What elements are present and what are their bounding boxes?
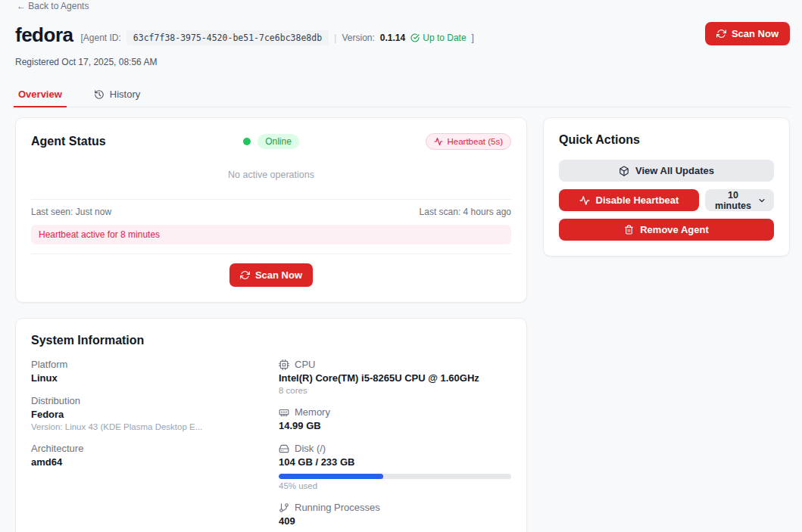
architecture-item: Architecture amd64 [31, 443, 279, 468]
agent-status-card: Agent Status Online Heartbeat (5s) No ac… [15, 117, 527, 303]
disk-progress-fill [279, 474, 383, 479]
view-all-updates-label: View All Updates [635, 165, 714, 176]
page-title: fedora [15, 23, 73, 47]
history-icon [94, 89, 105, 100]
heartbeat-badge: Heartbeat (5s) [426, 133, 511, 150]
remove-agent-label: Remove Agent [640, 224, 709, 235]
heartbeat-active-banner: Heartbeat active for 8 minutes [31, 225, 511, 244]
divider [31, 254, 511, 254]
remove-agent-button[interactable]: Remove Agent [559, 219, 774, 241]
cpu-icon [279, 359, 289, 370]
disk-label: Disk (/) [295, 443, 326, 454]
quick-actions-card: Quick Actions View All Updates Disable H… [543, 117, 790, 257]
refresh-icon [716, 29, 726, 39]
system-info-grid: Platform Linux Distribution Fedora Versi… [31, 359, 511, 532]
heartbeat-icon [579, 195, 590, 206]
page: ← Back to Agents fedora [Agent ID: 63cf7… [0, 0, 802, 532]
view-all-updates-button[interactable]: View All Updates [559, 160, 774, 182]
distribution-label: Distribution [31, 395, 279, 406]
scan-now-button-header[interactable]: Scan Now [705, 22, 790, 45]
tab-bar: Overview History [15, 84, 790, 107]
architecture-label: Architecture [31, 443, 279, 454]
processes-value: 409 [279, 515, 511, 527]
disk-item: Disk (/) 104 GB / 233 GB 45% used [279, 443, 511, 490]
system-info-right: CPU Intel(R) Core(TM) i5-8265U CPU @ 1.6… [279, 359, 511, 532]
platform-value: Linux [31, 372, 279, 384]
trash-icon [624, 225, 634, 235]
distribution-value: Fedora [31, 409, 279, 420]
heartbeat-badge-label: Heartbeat (5s) [447, 137, 503, 146]
processes-icon [279, 502, 289, 513]
last-scan: Last scan: 4 hours ago [420, 207, 511, 217]
disable-heartbeat-label: Disable Heartbeat [596, 194, 679, 206]
platform-item: Platform Linux [31, 359, 279, 384]
scan-now-label: Scan Now [255, 269, 302, 281]
bracket-close: ] [472, 33, 474, 43]
meta-separator: | [334, 32, 336, 43]
up-to-date-badge: Up to Date [410, 33, 466, 43]
registered-date: Registered Oct 17, 2025, 08:56 AM [15, 57, 790, 67]
online-badge: Online [257, 134, 299, 149]
left-column: Agent Status Online Heartbeat (5s) No ac… [15, 117, 527, 532]
check-circle-icon [410, 33, 420, 42]
package-icon [619, 166, 629, 176]
tab-overview[interactable]: Overview [15, 84, 65, 107]
distribution-item: Distribution Fedora Version: Linux 43 (K… [31, 395, 279, 431]
tab-history-label: History [110, 89, 140, 100]
online-status: Online [243, 134, 299, 149]
memory-value: 14.99 GB [279, 420, 511, 431]
online-dot [243, 138, 251, 145]
no-active-operations: No active operations [31, 170, 511, 180]
platform-label: Platform [31, 359, 279, 370]
processes-label: Running Processes [295, 502, 380, 513]
system-information-title: System Information [31, 334, 511, 347]
heartbeat-icon [434, 137, 443, 146]
tab-overview-label: Overview [18, 89, 62, 100]
memory-item: Memory 14.99 GB [279, 406, 511, 431]
system-info-left: Platform Linux Distribution Fedora Versi… [31, 359, 279, 532]
disable-heartbeat-button[interactable]: Disable Heartbeat [559, 189, 699, 211]
quick-actions-buttons: View All Updates Disable Heartbeat 10 mi… [559, 160, 774, 241]
memory-icon [279, 407, 289, 418]
cpu-cores: 8 cores [279, 386, 511, 395]
agent-status-title: Agent Status [31, 135, 243, 148]
heartbeat-controls-row: Disable Heartbeat 10 minutes [559, 189, 774, 211]
cpu-value: Intel(R) Core(TM) i5-8265U CPU @ 1.60GHz [279, 372, 511, 384]
agent-header: fedora [Agent ID: 63cf7f38-3975-4520-be5… [15, 23, 790, 47]
cpu-item: CPU Intel(R) Core(TM) i5-8265U CPU @ 1.6… [279, 359, 511, 395]
scan-now-container: Scan Now [31, 263, 511, 287]
agent-id-label: [Agent ID: [80, 33, 120, 43]
agent-status-header: Agent Status Online Heartbeat (5s) [31, 133, 511, 150]
scan-now-button[interactable]: Scan Now [229, 263, 313, 287]
cpu-label: CPU [295, 359, 315, 370]
chevron-down-icon [757, 196, 766, 205]
tab-history[interactable]: History [91, 84, 143, 107]
up-to-date-label: Up to Date [423, 33, 466, 43]
heartbeat-interval-dropdown[interactable]: 10 minutes [705, 189, 774, 211]
interval-value: 10 minutes [713, 190, 754, 211]
architecture-value: amd64 [31, 456, 279, 468]
version-value: 0.1.14 [380, 33, 405, 43]
agent-id-value: 63cf7f38-3975-4520-be51-7ce6bc38e8db [126, 30, 329, 45]
refresh-icon [240, 270, 250, 280]
scan-now-label: Scan Now [732, 28, 779, 39]
memory-label: Memory [295, 406, 330, 418]
hard-drive-icon [279, 443, 289, 454]
system-information-card: System Information Platform Linux Distri… [15, 318, 527, 532]
seen-row: Last seen: Just now Last scan: 4 hours a… [31, 200, 511, 225]
processes-item: Running Processes 409 [279, 502, 511, 527]
back-to-agents-link[interactable]: ← Back to Agents [17, 1, 89, 11]
disk-value: 104 GB / 233 GB [279, 456, 511, 468]
disk-progress-track [279, 474, 511, 479]
agent-meta: [Agent ID: 63cf7f38-3975-4520-be51-7ce6b… [80, 30, 473, 45]
distribution-version: Version: Linux 43 (KDE Plasma Desktop E.… [31, 422, 279, 431]
quick-actions-title: Quick Actions [559, 133, 774, 147]
disk-used: 45% used [279, 481, 511, 490]
version-label: Version: [342, 33, 374, 43]
main-content: Agent Status Online Heartbeat (5s) No ac… [15, 117, 790, 532]
last-seen: Last seen: Just now [31, 207, 111, 217]
